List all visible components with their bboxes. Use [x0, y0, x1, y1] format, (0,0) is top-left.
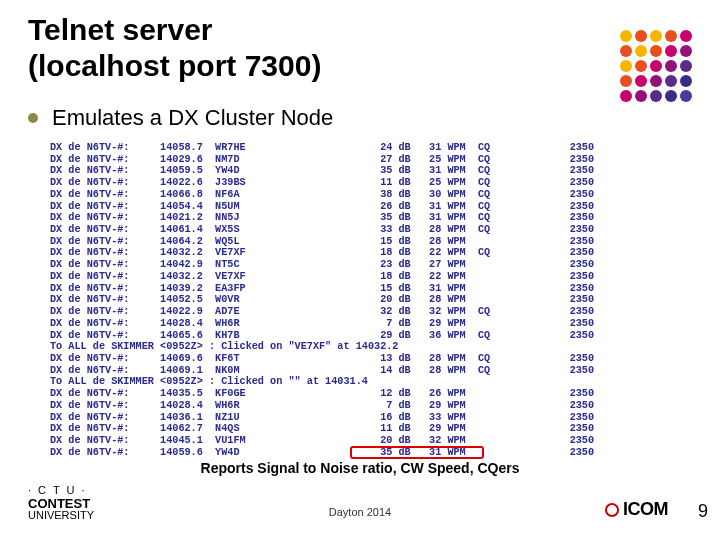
dot-icon: [665, 90, 677, 102]
terminal-row: DX de N6TV-#: 14069.1 NK0M 14 dB 28 WPM …: [50, 365, 650, 377]
terminal-row: DX de N6TV-#: 14029.6 NM7D 27 dB 25 WPM …: [50, 154, 650, 166]
dot-icon: [620, 90, 632, 102]
terminal-row: DX de N6TV-#: 14061.4 WX5S 33 dB 28 WPM …: [50, 224, 650, 236]
dot-icon: [635, 60, 647, 72]
terminal-row: DX de N6TV-#: 14054.4 N5UM 26 dB 31 WPM …: [50, 201, 650, 213]
title-line2: (localhost port 7300): [28, 49, 321, 82]
dot-icon: [620, 60, 632, 72]
dot-icon: [620, 75, 632, 87]
terminal-row: DX de N6TV-#: 14064.2 WQ5L 15 dB 28 WPM …: [50, 236, 650, 248]
terminal-row: DX de N6TV-#: 14021.2 NN5J 35 dB 31 WPM …: [50, 212, 650, 224]
dot-icon: [650, 75, 662, 87]
dot-icon: [635, 30, 647, 42]
terminal-row: DX de N6TV-#: 14065.6 KH7B 29 dB 36 WPM …: [50, 330, 650, 342]
terminal-row: DX de N6TV-#: 14036.1 NZ1U 16 dB 33 WPM …: [50, 412, 650, 424]
telnet-output: DX de N6TV-#: 14058.7 WR7HE 24 dB 31 WPM…: [50, 142, 650, 458]
dot-icon: [680, 75, 692, 87]
page-number: 9: [698, 501, 708, 522]
dot-icon: [665, 60, 677, 72]
dot-icon: [665, 75, 677, 87]
dot-icon: [680, 90, 692, 102]
slide-title: Telnet server (localhost port 7300): [28, 12, 321, 84]
bullet-item: Emulates a DX Cluster Node: [28, 105, 333, 131]
decorative-dot-grid: [620, 30, 692, 102]
dot-icon: [650, 60, 662, 72]
dot-icon: [650, 45, 662, 57]
dot-icon: [620, 30, 632, 42]
dot-icon: [650, 90, 662, 102]
title-line1: Telnet server: [28, 13, 213, 46]
dot-icon: [665, 45, 677, 57]
bullet-icon: [28, 113, 38, 123]
terminal-row: DX de N6TV-#: 14032.2 VE7XF 18 dB 22 WPM…: [50, 271, 650, 283]
terminal-row: DX de N6TV-#: 14032.2 VE7XF 18 dB 22 WPM…: [50, 247, 650, 259]
icom-logo: ICOM: [605, 499, 668, 520]
terminal-row: DX de N6TV-#: 14042.9 NT5C 23 dB 27 WPM …: [50, 259, 650, 271]
terminal-row: To ALL de SKIMMER <0952Z> : Clicked on "…: [50, 341, 650, 353]
dot-icon: [635, 45, 647, 57]
terminal-row: DX de N6TV-#: 14039.2 EA3FP 15 dB 31 WPM…: [50, 283, 650, 295]
terminal-row: DX de N6TV-#: 14059.5 YW4D 35 dB 31 WPM …: [50, 165, 650, 177]
terminal-row: DX de N6TV-#: 14022.6 J39BS 11 dB 25 WPM…: [50, 177, 650, 189]
dot-icon: [680, 45, 692, 57]
terminal-row: DX de N6TV-#: 14052.5 W0VR 20 dB 28 WPM …: [50, 294, 650, 306]
terminal-row: DX de N6TV-#: 14028.4 WH6R 7 dB 29 WPM 2…: [50, 400, 650, 412]
caption-text: Reports Signal to Noise ratio, CW Speed,…: [0, 460, 720, 476]
dot-icon: [635, 90, 647, 102]
terminal-row: DX de N6TV-#: 14022.9 AD7E 32 dB 32 WPM …: [50, 306, 650, 318]
icom-ring-icon: [605, 503, 619, 517]
dot-icon: [620, 45, 632, 57]
dot-icon: [680, 60, 692, 72]
terminal-row: DX de N6TV-#: 14059.6 YW4D 35 dB 31 WPM …: [50, 447, 650, 459]
terminal-row: DX de N6TV-#: 14066.8 NF6A 38 dB 30 WPM …: [50, 189, 650, 201]
bullet-text: Emulates a DX Cluster Node: [52, 105, 333, 131]
terminal-row: DX de N6TV-#: 14062.7 N4QS 11 dB 29 WPM …: [50, 423, 650, 435]
terminal-row: DX de N6TV-#: 14045.1 VU1FM 20 dB 32 WPM…: [50, 435, 650, 447]
terminal-row: DX de N6TV-#: 14058.7 WR7HE 24 dB 31 WPM…: [50, 142, 650, 154]
terminal-row: DX de N6TV-#: 14035.5 KF0GE 12 dB 26 WPM…: [50, 388, 650, 400]
terminal-row: DX de N6TV-#: 14028.4 WH6R 7 dB 29 WPM 2…: [50, 318, 650, 330]
terminal-row: DX de N6TV-#: 14069.6 KF6T 13 dB 28 WPM …: [50, 353, 650, 365]
dot-icon: [680, 30, 692, 42]
terminal-row: To ALL de SKIMMER <0952Z> : Clicked on "…: [50, 376, 650, 388]
dot-icon: [635, 75, 647, 87]
icom-text: ICOM: [623, 499, 668, 520]
dot-icon: [665, 30, 677, 42]
dot-icon: [650, 30, 662, 42]
